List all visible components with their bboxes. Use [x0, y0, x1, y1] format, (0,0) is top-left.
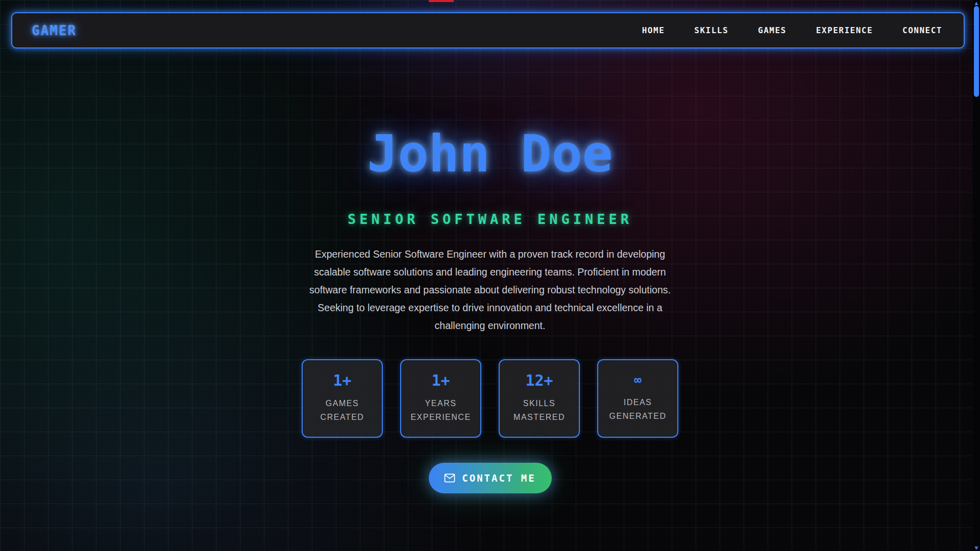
hero-role: SENIOR SOFTWARE ENGINEER: [0, 212, 980, 226]
stat-card-ideas-generated: ∞ IDEAS GENERATED: [597, 359, 678, 438]
nav-item-home[interactable]: HOME: [642, 26, 665, 35]
stat-card-games-created: 1+ GAMES CREATED: [302, 359, 383, 438]
stat-value: 12+: [525, 373, 553, 388]
scrollbar[interactable]: ▲ ▼: [973, 0, 980, 551]
hero-description: Experienced Senior Software Engineer wit…: [296, 245, 684, 335]
scrollbar-up-arrow-icon[interactable]: ▲: [973, 1, 980, 6]
nav-menu: HOME SKILLS GAMES EXPERIENCE CONNECT: [642, 26, 942, 35]
hero-name: John Doe: [0, 129, 980, 180]
mail-icon: [444, 473, 455, 483]
stat-card-skills-mastered: 12+ SKILLS MASTERED: [499, 359, 580, 438]
stat-label-line: MASTERED: [513, 410, 565, 424]
nav-item-experience[interactable]: EXPERIENCE: [816, 26, 873, 35]
stat-label-line: IDEAS: [609, 395, 667, 409]
hero-section: John Doe SENIOR SOFTWARE ENGINEER Experi…: [0, 0, 980, 551]
stat-label-line: GENERATED: [609, 409, 667, 423]
stat-value: 1+: [431, 373, 450, 388]
nav-item-connect[interactable]: CONNECT: [902, 26, 942, 35]
scrollbar-thumb[interactable]: [974, 6, 979, 97]
stat-label: GAMES CREATED: [321, 396, 364, 424]
contact-me-button[interactable]: CONTACT ME: [429, 463, 552, 493]
stats-row: 1+ GAMES CREATED 1+ YEARS EXPERIENCE 12+…: [0, 359, 980, 438]
stat-label: IDEAS GENERATED: [609, 395, 667, 423]
stat-label: SKILLS MASTERED: [513, 396, 565, 424]
nav-item-games[interactable]: GAMES: [758, 26, 787, 35]
stat-label-line: SKILLS: [513, 396, 565, 410]
stat-label-line: YEARS: [410, 396, 471, 410]
stat-label: YEARS EXPERIENCE: [410, 396, 471, 424]
navbar: GAMER HOME SKILLS GAMES EXPERIENCE CONNE…: [11, 12, 965, 48]
stat-value: ∞: [634, 374, 641, 386]
stat-card-years-experience: 1+ YEARS EXPERIENCE: [400, 359, 481, 438]
contact-me-label: CONTACT ME: [462, 472, 535, 484]
page: GAMER HOME SKILLS GAMES EXPERIENCE CONNE…: [0, 0, 980, 551]
nav-item-skills[interactable]: SKILLS: [694, 26, 728, 35]
stat-label-line: GAMES: [321, 396, 364, 410]
stat-label-line: CREATED: [321, 410, 364, 424]
scrollbar-down-arrow-icon[interactable]: ▼: [973, 545, 980, 550]
logo-gamer[interactable]: GAMER: [32, 23, 77, 38]
stat-label-line: EXPERIENCE: [410, 410, 471, 424]
stat-value: 1+: [333, 373, 351, 388]
